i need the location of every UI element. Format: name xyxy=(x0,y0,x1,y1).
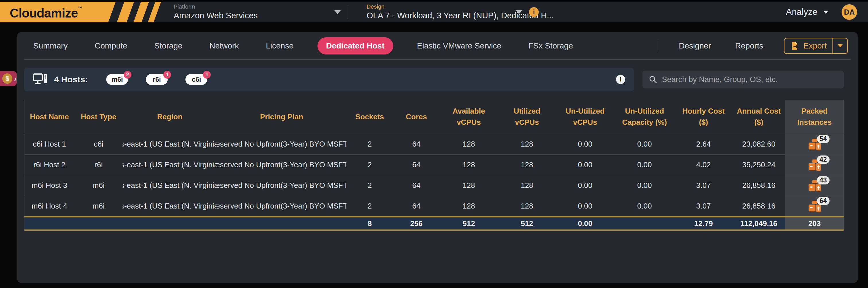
cell-host-type: m6i xyxy=(74,175,123,196)
cell-pricing-plan: Reserved No Upfront(3-Year) BYO MSFT... xyxy=(217,196,346,216)
export-caret-icon xyxy=(838,44,843,47)
analyze-menu[interactable]: Analyze xyxy=(786,7,828,17)
export-button[interactable]: Export xyxy=(784,38,848,54)
tab-storage[interactable]: Storage xyxy=(154,41,182,51)
cell-packed-instances[interactable]: 64 xyxy=(785,196,844,216)
logo-stripe xyxy=(133,2,149,22)
design-selector[interactable]: Design OLA 7 - Workload, 3 Year RI (NUP)… xyxy=(367,3,516,21)
col-header-region[interactable]: Region xyxy=(123,100,217,134)
cell-hourly-cost: 3.07 xyxy=(675,175,732,196)
cell-host-type: c6i xyxy=(74,134,123,154)
platform-label: Platform xyxy=(174,3,334,10)
col-header-host-name[interactable]: Host Name xyxy=(24,100,74,134)
col-header-sockets[interactable]: Sockets xyxy=(346,100,393,134)
col-header-host-type[interactable]: Host Type xyxy=(74,100,123,134)
main-panel: Summary Compute Storage Network License … xyxy=(17,32,858,283)
cell-hourly-cost: 2.64 xyxy=(675,134,732,154)
cell-unutilized-capacity: 0.00 xyxy=(614,155,675,175)
tab-elastic-vmware-service[interactable]: Elastic VMware Service xyxy=(417,41,501,51)
platform-selector[interactable]: Platform Amazon Web Services xyxy=(174,3,334,21)
cell-host-type: r6i xyxy=(74,155,123,175)
chip-count-badge: 1 xyxy=(163,71,171,78)
host-type-chip-r6i[interactable]: r6i 1 xyxy=(146,74,167,85)
host-type-chip-c6i[interactable]: c6i 1 xyxy=(185,74,207,85)
packed-count-badge: 54 xyxy=(817,135,830,143)
cell-unutilized-vcpus: 0.00 xyxy=(556,134,614,154)
cell-host-type: m6i xyxy=(74,196,123,216)
col-header-unutilized-vcpus[interactable]: Un-Utilized vCPUs xyxy=(556,100,614,134)
cell-cores: 64 xyxy=(393,175,440,196)
chip-label: r6i xyxy=(153,76,161,84)
export-main[interactable]: Export xyxy=(784,41,832,51)
cell-annual-cost: 35,250.24 xyxy=(732,155,786,175)
tab-compute[interactable]: Compute xyxy=(95,41,127,51)
app-header: Cloudamize™ Platform Amazon Web Services… xyxy=(0,2,868,22)
cell-pricing-plan: Reserved No Upfront(3-Year) BYO MSFT... xyxy=(217,155,346,175)
tab-license[interactable]: License xyxy=(266,41,293,51)
export-icon xyxy=(790,41,799,51)
design-info-icon[interactable]: i xyxy=(529,7,539,17)
platform-caret-icon[interactable] xyxy=(334,10,341,14)
col-header-available-vcpus[interactable]: Available vCPUs xyxy=(440,100,498,134)
tab-network[interactable]: Network xyxy=(210,41,239,51)
dollar-icon: $ xyxy=(2,73,12,84)
totals-unutilized-capacity xyxy=(614,218,675,229)
col-header-utilized-vcpus[interactable]: Utilized vCPUs xyxy=(498,100,556,134)
cell-cores: 64 xyxy=(393,155,440,175)
table-header-row: Host Name Host Type Region Pricing Plan … xyxy=(24,100,844,134)
cell-packed-instances[interactable]: 42 xyxy=(785,155,844,175)
chip-count-badge: 2 xyxy=(124,71,131,78)
col-header-hourly-cost[interactable]: Hourly Cost ($) xyxy=(675,100,732,134)
logo-stripe xyxy=(148,2,161,22)
host-type-chip-m6i[interactable]: m6i 2 xyxy=(106,74,128,85)
cell-cores: 64 xyxy=(393,196,440,216)
table-row[interactable]: m6i Host 4 m6i us-east-1 (US East (N. Vi… xyxy=(24,196,844,216)
cell-host-name: c6i Host 1 xyxy=(24,134,74,154)
cell-region: us-east-1 (US East (N. Virginia)) xyxy=(123,155,217,175)
cell-available-vcpus: 128 xyxy=(440,134,498,154)
col-header-unutilized-capacity[interactable]: Un-Utilized Capacity (%) xyxy=(614,100,675,134)
platform-value: Amazon Web Services xyxy=(174,10,334,21)
cell-sockets: 2 xyxy=(346,134,393,154)
cell-unutilized-capacity: 0.00 xyxy=(614,175,675,196)
tab-dedicated-host[interactable]: Dedicated Host xyxy=(317,37,393,55)
cell-region: us-east-1 (US East (N. Virginia)) xyxy=(123,196,217,216)
col-header-cores[interactable]: Cores xyxy=(393,100,440,134)
user-avatar[interactable]: DA xyxy=(842,4,857,20)
totals-empty xyxy=(123,218,217,229)
cell-unutilized-capacity: 0.00 xyxy=(614,196,675,216)
col-header-annual-cost[interactable]: Annual Cost ($) xyxy=(732,100,786,134)
cell-packed-instances[interactable]: 54 xyxy=(785,134,844,154)
totals-empty xyxy=(24,218,74,229)
packed-count-badge: 64 xyxy=(817,197,830,205)
tab-bar-divider xyxy=(658,39,658,53)
table-row[interactable]: r6i Host 2 r6i us-east-1 (US East (N. Vi… xyxy=(24,154,844,175)
hosts-info-icon[interactable]: i xyxy=(616,75,625,84)
designer-link[interactable]: Designer xyxy=(679,41,711,51)
cell-packed-instances[interactable]: 43 xyxy=(785,175,844,196)
export-dropdown[interactable] xyxy=(833,44,847,47)
cell-region: us-east-1 (US East (N. Virginia)) xyxy=(123,134,217,154)
search-box[interactable] xyxy=(642,70,844,88)
tab-summary[interactable]: Summary xyxy=(33,41,68,51)
totals-hourly-cost: 12.79 xyxy=(675,218,732,229)
design-caret-icon[interactable] xyxy=(516,10,522,14)
col-header-pricing-plan[interactable]: Pricing Plan xyxy=(217,100,346,134)
chip-label: m6i xyxy=(112,76,123,84)
cell-region: us-east-1 (US East (N. Virginia)) xyxy=(123,175,217,196)
cell-available-vcpus: 128 xyxy=(440,155,498,175)
cell-sockets: 2 xyxy=(346,196,393,216)
cell-unutilized-vcpus: 0.00 xyxy=(556,175,614,196)
cloudamize-logo[interactable]: Cloudamize™ xyxy=(0,2,162,22)
header-divider xyxy=(348,5,348,19)
table-row[interactable]: m6i Host 3 m6i us-east-1 (US East (N. Vi… xyxy=(24,175,844,196)
desktop-computer-icon xyxy=(33,73,48,86)
cost-panel-toggle[interactable]: $ › xyxy=(0,71,17,86)
table-row[interactable]: c6i Host 1 c6i us-east-1 (US East (N. Vi… xyxy=(24,134,844,154)
col-header-packed-instances[interactable]: Packed Instances xyxy=(785,100,844,134)
tab-fsx-storage[interactable]: FSx Storage xyxy=(528,41,573,51)
cell-annual-cost: 26,858.16 xyxy=(732,175,786,196)
reports-link[interactable]: Reports xyxy=(735,41,763,51)
chip-count-badge: 1 xyxy=(203,71,211,78)
search-input[interactable] xyxy=(662,75,838,84)
